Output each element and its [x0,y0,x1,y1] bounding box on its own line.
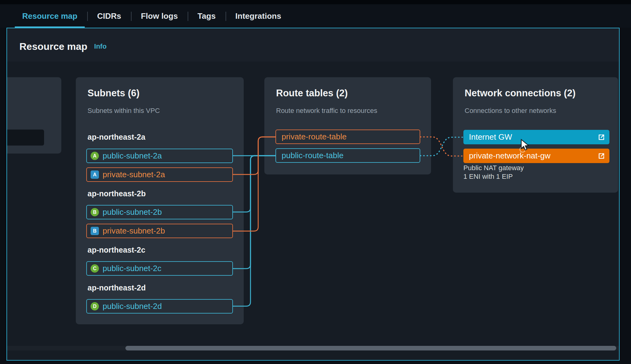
horizontal-scrollbar-thumb[interactable] [125,346,616,350]
vpc-card-partial [6,77,61,154]
subnet-public-subnet-2c[interactable]: C public-subnet-2c [86,261,233,276]
route-table-private[interactable]: private-route-table [275,130,420,144]
az-label-2a: ap-northeast-2a [88,133,145,142]
subnets-card: Subnets (6) Subnets within this VPC ap-n… [76,77,244,324]
tab-bar: Resource map CIDRs Flow logs Tags Integr… [0,4,631,28]
subnet-private-subnet-2b[interactable]: B private-subnet-2b [86,224,233,238]
tab-resource-map[interactable]: Resource map [12,4,87,28]
top-strip [0,0,631,4]
subnets-card-subtitle: Subnets within this VPC [88,107,160,115]
panel-header: Resource map Info [7,28,619,62]
az-c-badge-icon: C [91,264,99,273]
az-label-2d: ap-northeast-2d [88,283,146,292]
route-table-public[interactable]: public-route-table [275,148,420,163]
resource-map-panel: Resource map Info Subnets (6) Subnets wi… [6,28,620,361]
subnet-public-subnet-2a[interactable]: A public-subnet-2a [86,149,233,163]
tab-tags[interactable]: Tags [188,4,226,28]
route-tables-card-subtitle: Route network traffic to resources [276,107,377,115]
az-a-badge-icon: A [91,170,99,179]
az-a-badge-icon: A [91,152,99,160]
nat-gateway-item[interactable]: private-network-nat-gw [463,149,609,163]
info-link[interactable]: Info [94,42,107,50]
internet-gateway-item[interactable]: Internet GW [463,130,609,144]
route-tables-card: Route tables (2) Route network traffic t… [264,77,431,174]
horizontal-scrollbar-track[interactable] [7,346,619,350]
tab-cidrs[interactable]: CIDRs [87,4,131,28]
az-label-2b: ap-northeast-2b [88,189,146,198]
subnet-public-subnet-2b[interactable]: B public-subnet-2b [86,205,233,219]
external-link-icon [598,134,605,141]
az-b-badge-icon: B [91,227,99,235]
subnet-public-subnet-2d[interactable]: D public-subnet-2d [86,299,233,314]
network-connections-card: Network connections (2) Connections to o… [453,77,618,193]
subnets-card-title: Subnets (6) [88,88,140,99]
nat-gateway-details: Public NAT gateway 1 ENI with 1 EIP [463,164,524,181]
tab-integrations[interactable]: Integrations [226,4,291,28]
subnet-private-subnet-2a[interactable]: A private-subnet-2a [86,167,233,182]
tab-flow-logs[interactable]: Flow logs [131,4,188,28]
az-d-badge-icon: D [91,302,99,310]
page-title: Resource map [19,41,88,52]
network-card-subtitle: Connections to other networks [465,107,556,115]
external-link-icon [598,152,605,160]
az-b-badge-icon: B [91,208,99,216]
network-card-title: Network connections (2) [465,88,576,99]
az-label-2c: ap-northeast-2c [88,246,145,254]
route-tables-card-title: Route tables (2) [276,88,348,99]
vpc-selected-item[interactable] [6,130,44,146]
